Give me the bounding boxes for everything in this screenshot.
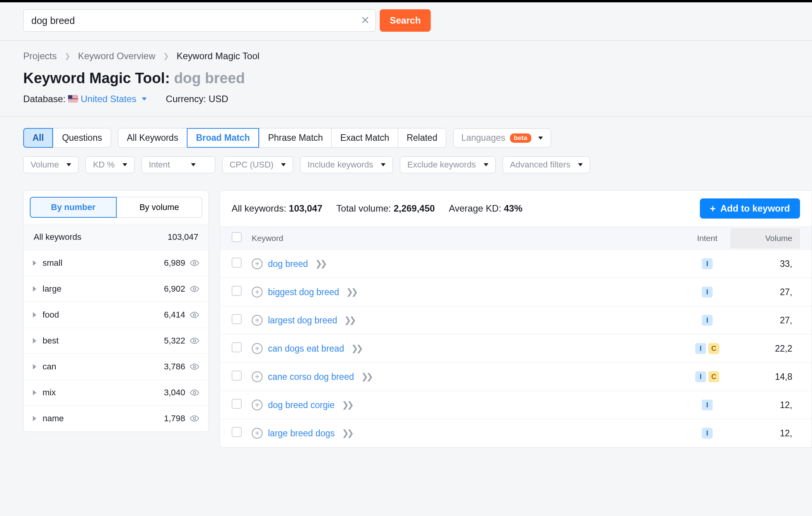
toggle-by-number[interactable]: By number (30, 197, 117, 218)
keyword-link[interactable]: large breed dogs (268, 428, 335, 439)
languages-dropdown[interactable]: Languages beta (453, 128, 551, 147)
row-checkbox[interactable] (232, 427, 242, 437)
summary-kd-value: 43% (504, 203, 522, 214)
sidebar-group-item[interactable]: large6,902 (24, 276, 208, 302)
group-name: mix (43, 388, 56, 398)
search-button[interactable]: Search (380, 9, 431, 32)
row-checkbox[interactable] (232, 399, 242, 409)
volume-cell: 33, (730, 259, 800, 269)
eye-icon[interactable] (190, 258, 199, 268)
group-count: 6,989 (164, 258, 185, 268)
group-count: 3,786 (164, 362, 185, 372)
summary-vol-label: Total volume: (336, 203, 391, 214)
eye-icon[interactable] (190, 388, 199, 397)
double-chevron-icon[interactable]: ❯❯ (342, 400, 352, 410)
chevron-down-icon (191, 163, 196, 166)
eye-icon[interactable] (190, 336, 199, 345)
double-chevron-icon[interactable]: ❯❯ (361, 372, 371, 382)
sidebar-group-item[interactable]: best5,322 (24, 328, 208, 354)
expand-icon[interactable]: + (252, 428, 263, 439)
keyword-link[interactable]: dog breed corgie (268, 400, 335, 410)
filter-include[interactable]: Include keywords (300, 156, 393, 173)
sidebar-group-item[interactable]: can3,786 (24, 354, 208, 380)
group-count: 1,798 (164, 413, 185, 424)
toggle-by-volume[interactable]: By volume (117, 197, 203, 218)
tab-broad-match[interactable]: Broad Match (187, 128, 259, 148)
sidebar-group-item[interactable]: food6,414 (24, 302, 208, 328)
double-chevron-icon[interactable]: ❯❯ (315, 259, 325, 269)
filter-advanced[interactable]: Advanced filters (503, 156, 590, 173)
tab-all[interactable]: All (23, 128, 53, 148)
sidebar-groups: By number By volume All keywords 103,047… (23, 190, 209, 432)
filter-kd[interactable]: KD % (85, 156, 134, 173)
sidebar-group-item[interactable]: name1,798 (24, 406, 208, 432)
filter-cpc-label: CPC (USD) (230, 160, 274, 170)
tab-related[interactable]: Related (398, 128, 446, 148)
add-to-keyword-button[interactable]: + Add to keyword (700, 198, 800, 219)
row-checkbox[interactable] (232, 342, 242, 352)
chevron-down-icon (381, 163, 386, 166)
chevron-right-icon (33, 286, 36, 292)
summary-vol-value: 2,269,450 (394, 203, 435, 214)
keyword-link[interactable]: dog breed (268, 259, 308, 269)
svg-point-1 (193, 288, 196, 290)
breadcrumb-overview[interactable]: Keyword Overview (78, 51, 155, 62)
tab-exact-match[interactable]: Exact Match (331, 128, 398, 148)
chevron-right-icon (33, 260, 36, 266)
expand-icon[interactable]: + (252, 400, 263, 410)
clear-icon[interactable]: ✕ (361, 15, 370, 26)
group-count: 5,322 (164, 336, 185, 346)
eye-icon[interactable] (190, 310, 199, 320)
filter-intent[interactable]: Intent (142, 156, 215, 173)
group-name: large (43, 284, 61, 294)
breadcrumb-projects[interactable]: Projects (23, 51, 57, 62)
double-chevron-icon[interactable]: ❯❯ (346, 287, 356, 297)
languages-label: Languages (461, 133, 505, 143)
chevron-right-icon (33, 312, 36, 318)
expand-icon[interactable]: + (252, 287, 263, 297)
keyword-link[interactable]: biggest dog breed (268, 287, 339, 297)
keyword-link[interactable]: cane corso dog breed (268, 372, 354, 382)
row-checkbox[interactable] (232, 258, 242, 268)
tab-phrase-match[interactable]: Phrase Match (259, 128, 331, 148)
expand-icon[interactable]: + (252, 371, 263, 382)
header-volume[interactable]: Volume (730, 228, 800, 248)
tab-questions[interactable]: Questions (53, 128, 111, 148)
expand-icon[interactable]: + (252, 315, 263, 326)
filter-cpc[interactable]: CPC (USD) (222, 156, 293, 173)
expand-icon[interactable]: + (252, 258, 263, 269)
chevron-down-icon (281, 163, 286, 166)
eye-icon[interactable] (190, 414, 199, 423)
summary-all: All keywords: 103,047 (232, 203, 322, 214)
intent-cell: I (684, 287, 730, 297)
row-checkbox[interactable] (232, 371, 242, 381)
sidebar-group-item[interactable]: small6,989 (24, 250, 208, 276)
search-input[interactable] (23, 9, 376, 32)
tab-all-keywords[interactable]: All Keywords (118, 128, 187, 148)
sidebar-all-keywords[interactable]: All keywords 103,047 (24, 224, 208, 250)
row-checkbox[interactable] (232, 286, 242, 296)
group-name: small (43, 258, 62, 268)
group-name: food (43, 310, 59, 320)
keyword-link[interactable]: can dogs eat bread (268, 343, 344, 354)
database-label: Database: (23, 94, 65, 104)
eye-icon[interactable] (190, 362, 199, 371)
filter-volume[interactable]: Volume (23, 156, 78, 173)
select-all-checkbox[interactable] (232, 232, 242, 242)
header-intent[interactable]: Intent (684, 234, 730, 243)
svg-point-4 (193, 366, 196, 368)
row-checkbox[interactable] (232, 314, 242, 324)
database-selector[interactable]: Database: United States (23, 94, 147, 104)
header-keyword[interactable]: Keyword (252, 234, 684, 243)
eye-icon[interactable] (190, 284, 199, 294)
double-chevron-icon[interactable]: ❯❯ (344, 315, 354, 325)
intent-badge-i: I (702, 287, 713, 297)
keyword-link[interactable]: largest dog breed (268, 315, 337, 326)
filter-exclude[interactable]: Exclude keywords (400, 156, 495, 173)
currency-label-wrap: Currency: USD (166, 94, 228, 104)
sidebar-group-item[interactable]: mix3,040 (24, 380, 208, 406)
double-chevron-icon[interactable]: ❯❯ (351, 343, 361, 354)
intent-badge-c: C (708, 343, 719, 354)
expand-icon[interactable]: + (252, 343, 263, 354)
double-chevron-icon[interactable]: ❯❯ (342, 428, 352, 438)
